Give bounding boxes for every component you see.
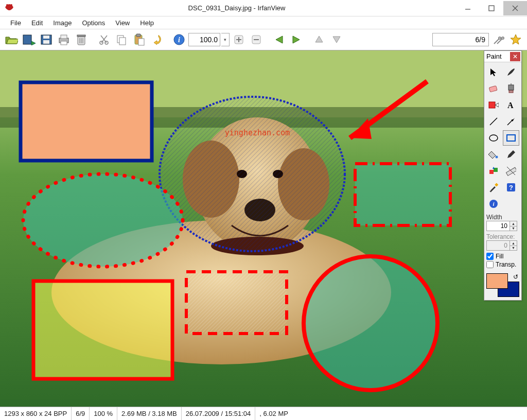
prev-file-button[interactable] [271,31,287,48]
tool-settings[interactable]: i [485,196,502,212]
tool-rotate[interactable] [485,97,502,113]
fill-checkbox[interactable] [486,253,494,260]
svg-marker-36 [293,36,300,43]
zoom-dropdown[interactable]: ▾ [221,33,230,46]
menubar: File Edit Image Options View Help [0,16,527,29]
tool-arrow-select[interactable] [485,64,502,80]
tool-arrow[interactable] [503,114,519,129]
menu-help[interactable]: Help [135,18,159,28]
tool-color-replace[interactable] [485,163,502,179]
svg-point-77 [489,135,498,141]
svg-rect-13 [61,41,67,45]
fg-color-swatch[interactable] [486,273,508,289]
delete-button[interactable] [73,31,90,48]
tool-text[interactable]: A [503,97,519,113]
svg-marker-7 [31,41,36,45]
svg-marker-43 [511,34,521,44]
svg-point-58 [160,97,345,251]
prev-dir-button[interactable] [311,31,327,48]
window-controls [456,1,527,15]
svg-rect-68 [509,90,513,93]
close-window-button[interactable] [503,1,527,15]
image-canvas[interactable]: yinghezhan.com Paint ✕ A ? i Wi [0,50,527,407]
file-counter[interactable] [432,33,489,46]
minimize-button[interactable] [456,1,480,15]
tolerance-stepper[interactable]: ▲▼ [510,240,517,251]
paste-button[interactable] [131,31,147,48]
fill-checkbox-row[interactable]: Fill [486,253,519,260]
svg-rect-69 [508,85,514,90]
undo-button[interactable] [148,31,165,48]
transp-label: Transp. [496,261,516,268]
svg-point-1 [10,4,12,6]
width-stepper[interactable]: ▲▼ [510,221,517,231]
svg-rect-12 [61,35,67,39]
svg-marker-38 [333,37,340,43]
paint-panel-header[interactable]: Paint ✕ [484,51,521,62]
zoom-out-button[interactable] [248,31,265,48]
tolerance-label: Tolerance: [486,233,519,240]
svg-line-22 [101,36,107,43]
svg-marker-72 [495,103,499,107]
menu-view[interactable]: View [110,18,135,28]
tool-pen[interactable] [503,147,519,162]
svg-rect-62 [355,164,450,225]
status-size: 2.69 MB / 3.18 MB [117,407,182,420]
status-megapixel: , 6.02 MP [255,407,292,420]
tool-eyedropper[interactable] [485,180,502,195]
color-swatches: ↺ [485,272,520,298]
svg-line-21 [101,36,107,43]
svg-text:?: ? [509,184,513,191]
zoom-input[interactable] [188,33,220,46]
cut-button[interactable] [96,31,112,48]
swap-colors-icon[interactable]: ↺ [513,273,518,281]
slideshow-button[interactable] [21,31,37,48]
tool-ellipse[interactable] [485,130,502,146]
svg-point-79 [496,156,498,159]
print-button[interactable] [56,31,72,48]
menu-image[interactable]: Image [48,18,77,28]
copy-button[interactable] [113,31,130,48]
tool-measure[interactable] [503,163,519,179]
tool-rectangle[interactable] [503,130,519,146]
paint-panel-title: Paint [486,52,502,60]
toolbar: i ▾ [0,29,527,50]
paint-panel: Paint ✕ A ? i Width ▲▼ [484,50,522,301]
tool-help[interactable]: ? [503,180,519,195]
tool-fill[interactable] [485,147,502,162]
paint-panel-close-button[interactable]: ✕ [510,52,520,61]
transp-checkbox[interactable] [486,261,494,268]
svg-marker-35 [276,36,283,43]
maximize-button[interactable] [480,1,503,15]
width-input[interactable] [486,221,510,231]
menu-edit[interactable]: Edit [26,18,48,28]
svg-rect-10 [43,40,49,44]
next-dir-button[interactable] [328,31,345,48]
fill-label: Fill [496,253,503,260]
tool-clone[interactable] [503,81,519,96]
menu-options[interactable]: Options [77,18,111,28]
menu-file[interactable]: File [5,18,26,28]
tool-line[interactable] [485,114,502,129]
width-label: Width [486,214,519,221]
settings-button[interactable] [490,31,506,48]
info-button[interactable]: i [171,31,187,48]
zoom-in-button[interactable] [231,31,247,48]
svg-rect-9 [43,36,49,39]
save-button[interactable] [38,31,55,48]
tool-eraser[interactable] [485,81,502,96]
statusbar: 1293 x 860 x 24 BPP 6/9 100 % 2.69 MB / … [0,407,527,420]
next-file-button[interactable] [288,31,305,48]
svg-marker-66 [490,68,496,76]
svg-rect-63 [33,281,172,379]
svg-rect-85 [495,183,498,186]
svg-point-61 [23,174,183,267]
svg-marker-37 [315,36,323,42]
tool-brush[interactable] [503,64,519,80]
open-button[interactable] [3,31,20,48]
svg-rect-71 [489,102,495,108]
svg-line-74 [490,118,497,125]
favorite-button[interactable] [507,31,524,48]
transp-checkbox-row[interactable]: Transp. [486,261,519,268]
tolerance-input[interactable] [486,240,510,251]
